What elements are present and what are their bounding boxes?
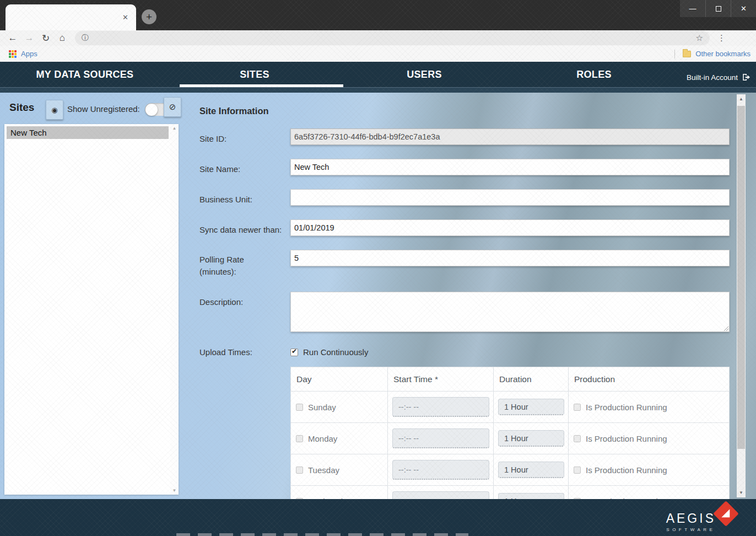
start-time-field[interactable] bbox=[392, 428, 489, 448]
scroll-down-icon[interactable]: ▼ bbox=[170, 488, 179, 493]
description-field[interactable] bbox=[290, 292, 730, 332]
sync-newer-label: Sync data newer than: bbox=[199, 224, 293, 236]
table-row-production-cell: Is Production Running bbox=[569, 392, 730, 423]
close-button[interactable]: ✕ bbox=[731, 0, 756, 17]
bookmark-star-icon[interactable]: ☆ bbox=[696, 33, 703, 43]
table-row-day-cell: Monday bbox=[291, 423, 388, 454]
nav-tab-users[interactable]: USERS bbox=[339, 62, 509, 87]
scrollbar-thumb[interactable] bbox=[737, 106, 745, 449]
run-continuously-label: Run Continuously bbox=[303, 347, 368, 357]
duration-select[interactable]: 1 Hour bbox=[498, 430, 564, 447]
back-icon[interactable]: ← bbox=[4, 33, 21, 44]
production-label: Is Production Running bbox=[586, 465, 667, 475]
day-checkbox[interactable] bbox=[296, 435, 303, 442]
day-checkbox[interactable] bbox=[296, 404, 303, 411]
business-unit-field[interactable] bbox=[290, 189, 730, 206]
nav-tab-my-data-sources[interactable]: MY DATA SOURCES bbox=[0, 62, 170, 87]
page-info-icon[interactable]: ⓘ bbox=[82, 33, 89, 43]
table-row-production-cell: Is Production Running bbox=[569, 423, 730, 454]
page-title: Site Information bbox=[199, 106, 269, 116]
sites-settings-button[interactable]: ◉ bbox=[46, 100, 63, 120]
bookmarks-bar: Apps Other bookmarks bbox=[0, 46, 756, 62]
start-time-field[interactable] bbox=[392, 491, 489, 499]
folder-icon bbox=[683, 51, 691, 57]
home-icon[interactable]: ⌂ bbox=[54, 33, 71, 44]
table-row-production-cell: Is Production Running bbox=[569, 486, 730, 499]
table-row-duration-cell: 1 Hour bbox=[494, 454, 569, 486]
logout-icon[interactable] bbox=[742, 72, 752, 82]
production-checkbox[interactable] bbox=[574, 404, 581, 411]
browser-tab[interactable]: ✕ bbox=[6, 4, 136, 30]
tab-close-icon[interactable]: ✕ bbox=[122, 14, 128, 21]
apps-shortcut[interactable]: Apps bbox=[21, 50, 37, 58]
apps-grid-icon[interactable] bbox=[9, 50, 17, 58]
site-name-field[interactable] bbox=[290, 159, 730, 175]
browser-titlebar: ✕ + — ✕ bbox=[0, 0, 756, 30]
column-header-day: Day bbox=[291, 367, 388, 392]
table-row-day-cell: Sunday bbox=[291, 392, 388, 423]
toggle-knob[interactable] bbox=[145, 104, 158, 116]
run-continuously-row: ✔ Run Continuously bbox=[290, 347, 368, 357]
polling-rate-label: Polling Rate (minutes): bbox=[199, 254, 260, 278]
table-row-time-cell bbox=[388, 486, 494, 499]
day-label: Monday bbox=[308, 434, 337, 443]
production-checkbox[interactable] bbox=[574, 467, 581, 474]
start-time-field[interactable] bbox=[392, 397, 489, 417]
app-navbar: MY DATA SOURCES SITES USERS ROLES Built-… bbox=[0, 62, 756, 87]
upload-times-label: Upload Times: bbox=[199, 346, 282, 358]
reload-icon[interactable]: ↻ bbox=[37, 33, 54, 44]
site-list-scrollbar[interactable]: ▲ ▼ bbox=[170, 124, 179, 495]
duration-select[interactable]: 1 Hour bbox=[498, 462, 564, 478]
column-header-start-time: Start Time * bbox=[388, 367, 494, 392]
table-row-day-cell: Wednesday bbox=[291, 486, 388, 499]
new-tab-button[interactable]: + bbox=[142, 9, 156, 24]
polling-rate-field[interactable] bbox=[290, 250, 730, 266]
logo-brand-subtext: SOFTWARE bbox=[666, 527, 716, 532]
sync-newer-field[interactable] bbox=[290, 219, 730, 236]
minimize-button[interactable]: — bbox=[680, 0, 705, 17]
site-name-label: Site Name: bbox=[199, 163, 282, 175]
block-icon: ⊘ bbox=[169, 102, 176, 112]
scroll-down-icon[interactable]: ▼ bbox=[737, 490, 746, 495]
other-bookmarks[interactable]: Other bookmarks bbox=[695, 50, 750, 58]
render-artifact-strip bbox=[176, 533, 468, 536]
production-checkbox[interactable] bbox=[574, 435, 581, 442]
scroll-up-icon[interactable]: ▲ bbox=[737, 97, 746, 101]
site-id-field bbox=[290, 128, 730, 145]
business-unit-label: Business Unit: bbox=[199, 194, 282, 206]
description-label: Description: bbox=[199, 296, 282, 308]
bookmarks-separator bbox=[674, 50, 675, 58]
day-checkbox[interactable] bbox=[296, 467, 303, 474]
scroll-up-icon[interactable]: ▲ bbox=[170, 126, 179, 131]
table-row-duration-cell: 1 Hour bbox=[494, 423, 569, 454]
sidebar-title: Sites bbox=[9, 101, 34, 114]
unregister-button[interactable]: ⊘ bbox=[164, 97, 181, 117]
run-continuously-checkbox[interactable]: ✔ bbox=[290, 349, 298, 356]
show-unregistered-label: Show Unregistered: bbox=[67, 104, 140, 114]
active-tab-underline bbox=[180, 84, 343, 87]
start-time-field[interactable] bbox=[392, 460, 489, 480]
duration-select[interactable]: 1 Hour bbox=[498, 493, 564, 499]
duration-select[interactable]: 1 Hour bbox=[498, 399, 564, 415]
maximize-button[interactable] bbox=[705, 0, 731, 17]
forward-icon[interactable]: → bbox=[21, 33, 37, 44]
account-label: Built-in Account bbox=[687, 73, 738, 82]
column-header-duration: Duration bbox=[494, 367, 569, 392]
column-header-production: Production bbox=[569, 367, 730, 392]
window-controls: — ✕ bbox=[680, 0, 756, 17]
production-label: Is Production Running bbox=[586, 403, 667, 412]
browser-toolbar: ← → ↻ ⌂ ⓘ ☆ ⋮ bbox=[0, 30, 756, 46]
check-icon: ✔ bbox=[291, 347, 297, 355]
address-bar[interactable]: ⓘ ☆ bbox=[75, 31, 710, 45]
nav-tab-sites[interactable]: SITES bbox=[170, 62, 339, 87]
account-area[interactable]: Built-in Account bbox=[687, 62, 752, 87]
content-area: Sites ◉ Show Unregistered: ⊘ New Tech ▲ … bbox=[0, 93, 756, 499]
main-scrollbar[interactable]: ▲ ▼ bbox=[737, 94, 746, 497]
day-label: Tuesday bbox=[308, 465, 339, 475]
table-row-duration-cell: 1 Hour bbox=[494, 392, 569, 423]
table-row-time-cell bbox=[388, 392, 494, 423]
site-id-label: Site ID: bbox=[199, 133, 282, 145]
site-list-item[interactable]: New Tech bbox=[7, 126, 169, 139]
logo-diamond-icon bbox=[713, 501, 739, 527]
browser-menu-icon[interactable]: ⋮ bbox=[717, 33, 726, 43]
